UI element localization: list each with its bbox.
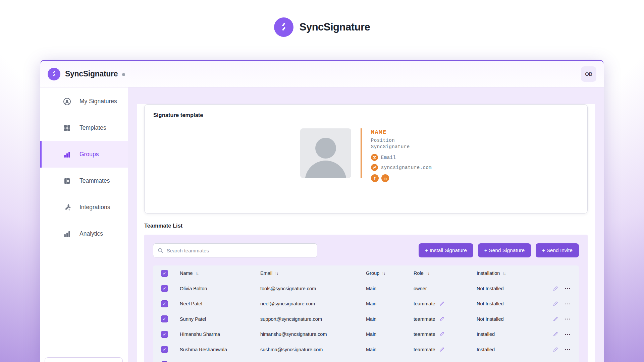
cell-name: Sushma Reshamwala: [180, 347, 260, 352]
search-icon: [157, 247, 164, 254]
notebook-icon: [63, 177, 71, 185]
install-signature-button[interactable]: + Install Signature: [419, 243, 473, 257]
email-icon: [371, 154, 378, 161]
cell-group: Main: [366, 301, 414, 306]
cell-group: Main: [366, 347, 414, 352]
cell-email: himanshu@syncsignature.com: [260, 331, 366, 337]
signature-position: Position: [371, 138, 432, 143]
sidebar-footer-card[interactable]: [45, 357, 123, 362]
sidebar-item-label: Integrations: [79, 204, 110, 211]
column-header-installation[interactable]: Installation↑↓: [477, 270, 539, 276]
user-avatar[interactable]: OB: [581, 66, 596, 82]
cell-email: neel@syncsignature.com: [260, 301, 366, 306]
sidebar: My Signatures Templates Groups Teammates…: [40, 87, 128, 362]
sidebar-item-label: Groups: [79, 151, 99, 158]
cell-group: Main: [366, 331, 414, 337]
bar-chart-icon: [63, 150, 71, 159]
signature-divider: [361, 128, 362, 178]
signature-name: NAME: [371, 129, 432, 135]
sidebar-item-integrations[interactable]: Integrations: [40, 194, 128, 221]
row-checkbox[interactable]: ✓: [161, 300, 168, 307]
table-row: ✓ Neel Patel neelpatel@syncsignature.com…: [161, 357, 571, 362]
sort-icon[interactable]: ↑↓: [275, 271, 278, 276]
column-header-email[interactable]: Email↑↓: [260, 270, 366, 276]
sidebar-item-analytics[interactable]: Analytics: [40, 221, 128, 247]
table-row: ✓ Sushma Reshamwala sushma@syncsignature…: [161, 342, 571, 357]
edit-row-icon[interactable]: [553, 331, 558, 337]
page: SyncSignature SyncSignature OB My Signat…: [0, 0, 644, 362]
cell-name: Olivia Bolton: [180, 286, 260, 291]
facebook-icon[interactable]: f: [371, 174, 379, 182]
sidebar-item-groups[interactable]: Groups: [40, 141, 128, 168]
syncsignature-logo-icon: [274, 17, 293, 37]
row-menu-icon[interactable]: ···: [565, 301, 571, 307]
edit-row-icon[interactable]: [553, 316, 558, 322]
cell-role: teammate: [414, 347, 435, 352]
cell-installation: Installed: [477, 347, 539, 352]
sort-icon[interactable]: ↑↓: [195, 271, 199, 276]
grid-icon: [63, 124, 71, 132]
search-input[interactable]: [167, 248, 313, 253]
teammate-table: ✓ Name↑↓ Email↑↓ Group↑↓: [153, 265, 579, 362]
cell-role: teammate: [414, 331, 435, 337]
sidebar-item-my-signatures[interactable]: My Signatures: [40, 88, 128, 115]
magic-wand-icon: [63, 203, 71, 212]
row-menu-icon[interactable]: ···: [565, 347, 571, 352]
link-icon: [371, 164, 378, 171]
signature-preview: NAME Position SyncSignature Email syncsi…: [153, 128, 579, 182]
syncsignature-logo-icon[interactable]: [48, 68, 60, 80]
role-edit-icon[interactable]: [439, 316, 444, 322]
sort-icon[interactable]: ↑↓: [502, 271, 505, 276]
table-row: ✓ Sunny Patel support@syncsignature.com …: [161, 311, 571, 327]
top-brand-title: SyncSignature: [300, 21, 370, 33]
app-window: SyncSignature OB My Signatures Templates…: [40, 60, 604, 362]
send-signature-button[interactable]: + Send Signature: [478, 243, 531, 257]
signature-email[interactable]: Email: [381, 155, 396, 160]
row-checkbox[interactable]: ✓: [161, 285, 168, 292]
send-invite-button[interactable]: + Send Invite: [536, 243, 579, 257]
signature-company: SyncSignature: [371, 144, 432, 149]
row-checkbox[interactable]: ✓: [161, 315, 168, 322]
edit-row-icon[interactable]: [553, 286, 558, 291]
sidebar-item-teammates[interactable]: Teammates: [40, 168, 128, 194]
cell-role: teammate: [414, 316, 435, 322]
table-row: ✓ Neel Patel neel@syncsignature.com Main…: [161, 296, 571, 312]
role-edit-icon[interactable]: [439, 347, 444, 352]
row-checkbox[interactable]: ✓: [161, 346, 168, 353]
row-menu-icon[interactable]: ···: [565, 286, 571, 291]
row-menu-icon[interactable]: ···: [565, 331, 571, 337]
sidebar-item-label: Templates: [79, 124, 106, 131]
cell-installation: Not Installed: [477, 316, 539, 322]
signature-website[interactable]: syncsignature.com: [381, 165, 432, 170]
sidebar-item-label: Analytics: [79, 230, 103, 237]
role-edit-icon[interactable]: [439, 301, 444, 306]
column-header-role[interactable]: Role↑↓: [414, 270, 477, 276]
cell-installation: Not Installed: [477, 301, 539, 306]
status-dot: [122, 73, 125, 76]
row-checkbox[interactable]: ✓: [161, 331, 168, 338]
cell-role: teammate: [414, 301, 435, 306]
sidebar-item-label: My Signatures: [79, 98, 117, 105]
linkedin-icon[interactable]: in: [381, 174, 389, 182]
signature-card-title: Signature template: [153, 112, 579, 118]
edit-row-icon[interactable]: [553, 301, 558, 306]
window-header: SyncSignature OB: [40, 61, 604, 87]
content-area: Signature template NAME Position SyncSig…: [137, 104, 595, 362]
column-header-name[interactable]: Name↑↓: [180, 270, 260, 276]
edit-row-icon[interactable]: [553, 347, 558, 352]
sort-icon[interactable]: ↑↓: [382, 271, 385, 276]
column-header-group[interactable]: Group↑↓: [366, 270, 414, 276]
sort-icon[interactable]: ↑↓: [426, 271, 429, 276]
search-box: [153, 243, 317, 257]
table-row: ✓ Olivia Bolton tools@syncsignature.com …: [161, 281, 571, 296]
cell-installation: Installed: [477, 331, 539, 337]
cell-email: sushma@syncsignature.com: [260, 347, 366, 352]
select-all-checkbox[interactable]: ✓: [161, 270, 168, 277]
sidebar-item-templates[interactable]: Templates: [40, 115, 128, 141]
row-menu-icon[interactable]: ···: [565, 316, 571, 322]
header-brand-title: SyncSignature: [65, 69, 118, 78]
role-edit-icon[interactable]: [439, 331, 444, 337]
cell-group: Main: [366, 316, 414, 322]
user-circle-icon: [63, 98, 71, 106]
top-brand: SyncSignature: [0, 17, 644, 37]
